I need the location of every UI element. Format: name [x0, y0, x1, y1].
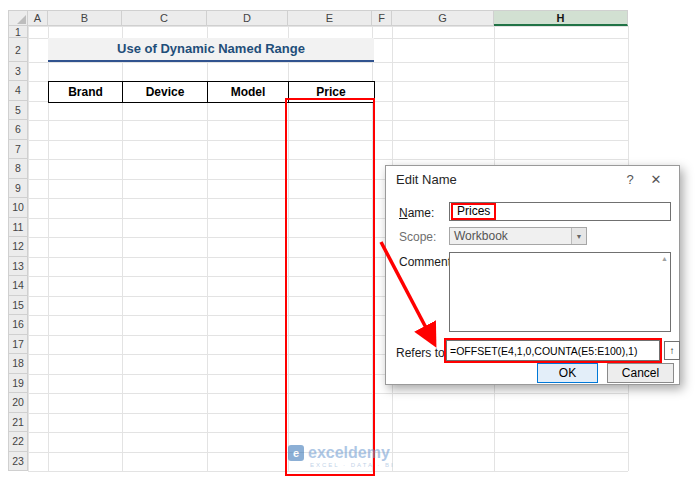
close-icon[interactable]: ✕ [643, 172, 669, 187]
row-header-13[interactable]: 13 [8, 257, 28, 277]
name-input[interactable]: Prices [449, 202, 671, 221]
row-header-22[interactable]: 22 [8, 432, 28, 452]
gridline [28, 471, 628, 472]
edit-name-dialog: Edit Name ? ✕ Name: Prices Scope: Workbo… [385, 165, 680, 385]
row-header-8[interactable]: 8 [8, 159, 28, 179]
collapse-dialog-button[interactable]: ↑ [664, 341, 680, 360]
chevron-down-icon: ▼ [571, 228, 586, 244]
watermark: e exceldemy EXCEL · DATA · BI [288, 444, 395, 468]
scope-label: Scope: [399, 230, 436, 244]
help-icon[interactable]: ? [617, 172, 643, 187]
column-header-E[interactable]: E [288, 10, 372, 26]
watermark-tagline: EXCEL · DATA · BI [310, 462, 395, 468]
gridline [28, 120, 628, 121]
row-header-5[interactable]: 5 [8, 101, 28, 121]
scroll-up-icon: ▲ [661, 255, 668, 262]
row-header-2[interactable]: 2 [8, 38, 28, 62]
ok-button[interactable]: OK [537, 363, 598, 383]
gridline [28, 140, 628, 141]
name-label: Name: [399, 206, 434, 220]
row-header-9[interactable]: 9 [8, 179, 28, 199]
row-header-14[interactable]: 14 [8, 276, 28, 296]
price-column-highlight-box [285, 98, 375, 476]
comment-label: Comment: [399, 255, 454, 269]
column-header-A[interactable]: A [28, 10, 48, 26]
gridline [28, 452, 628, 453]
row-header-3[interactable]: 3 [8, 62, 28, 81]
cancel-button[interactable]: Cancel [607, 363, 674, 383]
refers-to-label: Refers to: [396, 346, 448, 360]
comment-textarea[interactable]: ▲ [449, 252, 671, 332]
select-all-button[interactable] [8, 10, 28, 26]
row-header-6[interactable]: 6 [8, 120, 28, 140]
refers-to-input[interactable]: =OFFSET(E4,1,0,COUNTA(E5:E100),1) [446, 340, 660, 361]
gridline [28, 432, 628, 433]
column-header-device[interactable]: Device [123, 82, 208, 102]
row-header-12[interactable]: 12 [8, 237, 28, 257]
row-header-19[interactable]: 19 [8, 374, 28, 394]
refers-to-formula: =OFFSET(E4,1,0,COUNTA(E5:E100),1) [450, 345, 637, 357]
row-headers: 1234567891011121314151617181920212223 [8, 26, 28, 471]
column-headers: ABCDEFGH [28, 10, 628, 26]
row-header-7[interactable]: 7 [8, 140, 28, 160]
column-header-H[interactable]: H [494, 10, 628, 26]
dialog-titlebar[interactable]: Edit Name ? ✕ [386, 166, 679, 192]
gridline [28, 159, 628, 160]
row-header-16[interactable]: 16 [8, 315, 28, 335]
row-header-23[interactable]: 23 [8, 452, 28, 472]
column-header-F[interactable]: F [372, 10, 392, 26]
row-header-4[interactable]: 4 [8, 81, 28, 101]
column-header-D[interactable]: D [207, 10, 288, 26]
row-header-20[interactable]: 20 [8, 393, 28, 413]
gridline [28, 413, 628, 414]
column-header-C[interactable]: C [122, 10, 207, 26]
gridline [28, 26, 29, 471]
row-header-10[interactable]: 10 [8, 198, 28, 218]
product-table: BrandDeviceModelPrice [48, 81, 375, 103]
column-header-G[interactable]: G [392, 10, 494, 26]
column-header-B[interactable]: B [48, 10, 122, 26]
row-header-15[interactable]: 15 [8, 296, 28, 316]
column-header-brand[interactable]: Brand [49, 82, 123, 102]
gridline [28, 393, 628, 394]
row-header-11[interactable]: 11 [8, 218, 28, 238]
worksheet-title: Use of Dynamic Named Range [48, 38, 374, 62]
table-header-row: BrandDeviceModelPrice [49, 82, 374, 102]
row-header-17[interactable]: 17 [8, 335, 28, 355]
row-header-1[interactable]: 1 [8, 26, 28, 38]
row-header-18[interactable]: 18 [8, 354, 28, 374]
row-header-21[interactable]: 21 [8, 413, 28, 433]
dialog-title: Edit Name [396, 172, 617, 187]
name-value-highlight: Prices [451, 203, 496, 220]
scope-select: Workbook ▼ [449, 227, 587, 245]
watermark-name: exceldemy [308, 444, 390, 462]
column-header-model[interactable]: Model [208, 82, 289, 102]
up-arrow-icon: ↑ [670, 345, 675, 356]
exceldemy-logo: e [288, 445, 304, 461]
gridline [28, 62, 628, 63]
gridline [28, 26, 628, 27]
scope-value: Workbook [454, 229, 508, 243]
column-header-price[interactable]: Price [289, 82, 373, 102]
